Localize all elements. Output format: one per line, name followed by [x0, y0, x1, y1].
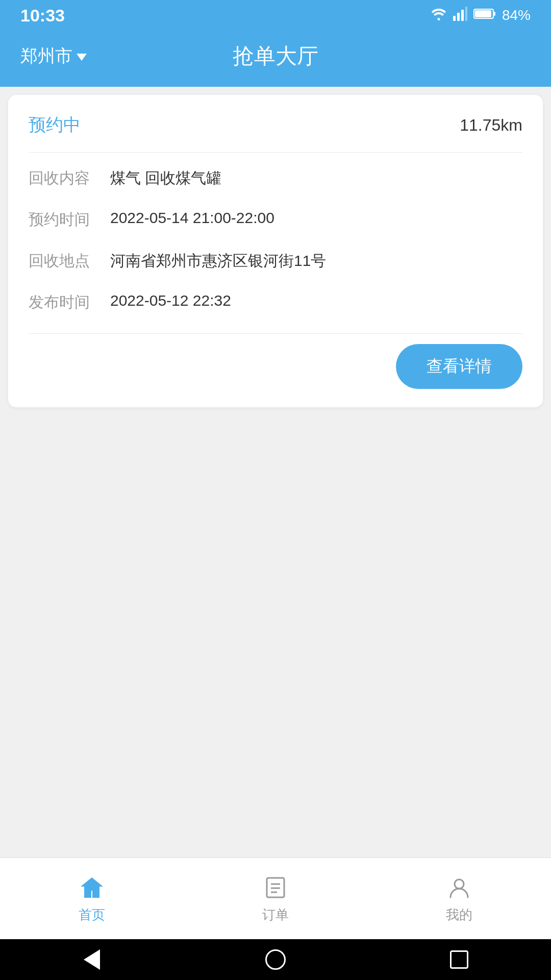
distance-label: 11.75km — [460, 116, 522, 135]
status-time: 10:33 — [20, 6, 65, 26]
recycle-content-label: 回收内容 — [29, 168, 110, 189]
home-icon — [78, 873, 106, 902]
recycle-location-label: 回收地点 — [29, 251, 110, 272]
appointment-time-value: 2022-05-14 21:00-22:00 — [110, 209, 522, 227]
nav-home-label: 首页 — [79, 906, 105, 924]
svg-rect-1 — [457, 13, 460, 21]
svg-rect-3 — [465, 7, 467, 21]
battery-text: 84% — [502, 7, 531, 23]
wifi-icon — [431, 7, 447, 24]
bottom-navigation: 首页 订单 我的 — [0, 857, 551, 939]
nav-item-orders[interactable]: 订单 — [184, 873, 367, 924]
status-badge: 预约中 — [29, 113, 81, 137]
publish-time-label: 发布时间 — [29, 292, 110, 313]
page-title: 抢单大厅 — [233, 42, 318, 70]
app-header: 郑州市 抢单大厅 — [0, 31, 551, 87]
card-header: 预约中 11.75km — [29, 113, 522, 137]
card-footer: 查看详情 — [29, 333, 522, 389]
recents-button[interactable] — [444, 944, 474, 975]
back-icon — [84, 949, 100, 970]
status-bar: 10:33 84% — [0, 0, 551, 31]
order-card: 预约中 11.75km 回收内容 煤气 回收煤气罐 预约时间 2022-05-1… — [8, 95, 543, 407]
city-selector[interactable]: 郑州市 — [20, 44, 87, 68]
appointment-time-label: 预约时间 — [29, 209, 110, 230]
svg-rect-2 — [461, 10, 464, 21]
battery-icon — [473, 7, 496, 23]
city-name: 郑州市 — [20, 44, 72, 68]
system-nav-bar — [0, 939, 551, 980]
recycle-location-value: 河南省郑州市惠济区银河街11号 — [110, 251, 522, 272]
nav-item-profile[interactable]: 我的 — [367, 873, 551, 924]
nav-item-home[interactable]: 首页 — [0, 873, 184, 924]
appointment-time-row: 预约时间 2022-05-14 21:00-22:00 — [29, 209, 522, 230]
recycle-location-row: 回收地点 河南省郑州市惠济区银河街11号 — [29, 251, 522, 272]
profile-icon — [445, 873, 473, 902]
status-icons: 84% — [431, 7, 531, 24]
recycle-content-value: 煤气 回收煤气罐 — [110, 168, 522, 189]
svg-rect-5 — [493, 12, 495, 16]
home-button[interactable] — [260, 944, 291, 975]
back-button[interactable] — [77, 944, 107, 975]
orders-icon — [261, 873, 290, 902]
svg-rect-6 — [475, 10, 491, 17]
nav-orders-label: 订单 — [262, 906, 289, 924]
nav-profile-label: 我的 — [446, 906, 472, 924]
chevron-down-icon — [77, 54, 87, 61]
svg-rect-0 — [453, 16, 456, 21]
detail-button[interactable]: 查看详情 — [396, 344, 522, 389]
main-content: 预约中 11.75km 回收内容 煤气 回收煤气罐 预约时间 2022-05-1… — [0, 87, 551, 857]
publish-time-value: 2022-05-12 22:32 — [110, 292, 522, 309]
recycle-content-row: 回收内容 煤气 回收煤气罐 — [29, 168, 522, 189]
header-divider — [29, 152, 522, 153]
svg-point-11 — [455, 879, 464, 889]
home-circle-icon — [265, 949, 286, 970]
publish-time-row: 发布时间 2022-05-12 22:32 — [29, 292, 522, 313]
recents-icon — [450, 950, 468, 969]
signal-icon — [453, 7, 467, 24]
